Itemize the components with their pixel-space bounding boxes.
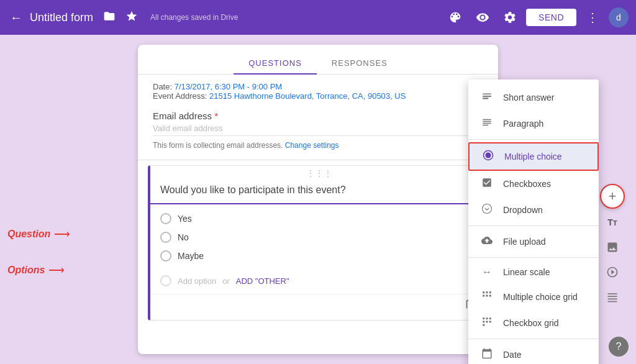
question-footer [150,294,488,320]
menu-label-dropdown: Dropdown [503,205,543,215]
annotation-options-arrow: ⟶ [48,263,65,277]
question-text-input[interactable] [150,180,488,204]
svg-rect-2 [483,119,491,121]
menu-item-checkboxes[interactable]: Checkboxes [468,171,599,197]
form-title: Untitled form [30,11,93,24]
star-icon[interactable] [123,7,140,28]
paragraph-icon [481,117,493,130]
question-card: ⋮⋮⋮ Yes No Maybe Add option or [148,165,488,321]
menu-divider-1 [468,139,599,140]
change-settings-link[interactable]: Change settings [285,141,339,150]
send-button[interactable]: SEND [526,9,576,26]
form-info: Date: 7/13/2017, 6:30 PM - 9:00 PM Event… [138,75,498,106]
annotation-options-label: Options [7,265,45,276]
svg-rect-1 [483,98,488,99]
menu-item-multiple-choice[interactable]: Multiple choice [468,142,599,171]
main-area: QUESTIONS RESPONSES Date: 7/13/2017, 6:3… [0,35,636,364]
menu-item-file-upload[interactable]: File upload [468,229,599,255]
svg-rect-3 [483,121,491,122]
svg-rect-24 [608,299,617,300]
email-notice: This form is collecting email addresses.… [153,141,483,150]
list-item: Yes [160,209,478,228]
add-option-or: or [222,276,230,286]
drag-handle[interactable]: ⋮⋮⋮ [150,166,488,180]
list-item: Maybe [160,247,478,265]
option-label-maybe: Maybe [178,251,204,261]
svg-rect-11 [489,291,491,293]
add-other-link[interactable]: ADD "OTHER" [236,276,289,286]
radio-option-yes[interactable] [160,213,171,224]
folder-icon[interactable] [101,7,118,28]
add-title-button[interactable]: TT [601,211,624,234]
annotation-question-arrow: ⟶ [54,227,70,241]
svg-rect-21 [483,324,484,326]
radio-option-no[interactable] [160,232,171,243]
menu-label-linear-scale: Linear scale [503,267,550,277]
menu-item-date[interactable]: Date [468,342,599,364]
settings-icon[interactable] [499,6,521,29]
svg-rect-20 [489,321,491,323]
menu-item-paragraph[interactable]: Paragraph [468,111,599,137]
date-label: Date: [153,82,172,91]
tab-responses[interactable]: RESPONSES [317,52,402,74]
help-button[interactable]: ? [609,337,629,357]
menu-label-date: Date [503,350,522,360]
add-image-button[interactable] [601,236,624,258]
svg-point-7 [486,153,491,158]
avatar[interactable]: d [609,7,629,27]
add-section-button[interactable] [601,286,624,308]
add-option-text[interactable]: Add option [178,276,216,286]
cbgrid-icon [481,316,493,330]
menu-item-checkbox-grid[interactable]: Checkbox grid [468,310,599,336]
menu-item-multiple-choice-grid[interactable]: Multiple choice grid [468,284,599,310]
preview-icon[interactable] [471,6,494,29]
menu-label-checkbox-grid: Checkbox grid [503,318,559,328]
dropdown-icon [481,203,493,217]
short-answer-icon [481,91,493,104]
address-value: 21515 Hawthorne Boulevard, Torrance, CA,… [209,91,406,101]
form-panel: QUESTIONS RESPONSES Date: 7/13/2017, 6:3… [138,45,498,354]
options-list: Yes No Maybe [150,204,488,270]
required-marker: * [214,111,218,121]
type-dropdown-menu: Short answer Paragraph Multiple choice C… [468,80,599,364]
svg-rect-5 [483,125,488,126]
multiple-choice-icon [482,150,494,163]
date-icon [481,348,493,362]
header-actions: SEND ⋮ d [444,6,629,29]
annotation-options: Options ⟶ [7,263,65,277]
svg-rect-17 [489,317,491,319]
svg-rect-18 [483,321,484,323]
menu-label-file-upload: File upload [503,237,546,247]
menu-label-short-answer: Short answer [503,93,554,102]
checkboxes-icon [481,177,493,191]
svg-rect-9 [483,291,484,293]
option-label-no: No [178,232,189,242]
saved-status: All changes saved in Drive [150,13,439,22]
address-label: Event Address: [153,91,207,101]
date-value: 7/13/2017, 6:30 PM - 9:00 PM [175,82,282,91]
svg-rect-25 [608,301,617,303]
back-icon[interactable]: ← [7,8,25,27]
menu-item-dropdown[interactable]: Dropdown [468,197,599,223]
tab-questions[interactable]: QUESTIONS [234,52,317,74]
menu-item-linear-scale[interactable]: ↔ Linear scale [468,260,599,284]
palette-icon[interactable] [444,6,466,29]
menu-divider-4 [468,339,599,339]
svg-rect-19 [486,321,488,323]
svg-rect-16 [486,317,488,319]
add-question-button[interactable]: + [600,184,625,209]
svg-rect-14 [489,295,491,297]
svg-rect-10 [486,291,488,293]
add-video-button[interactable] [601,261,624,283]
radio-option-maybe[interactable] [160,250,171,262]
menu-item-short-answer[interactable]: Short answer [468,84,599,111]
email-placeholder[interactable]: Valid email address [153,124,483,136]
annotation-question: Question ⟶ [7,227,70,241]
mcgrid-icon [481,290,493,304]
svg-point-8 [483,204,492,214]
right-toolbar: + TT [600,184,625,308]
menu-label-multiple-choice: Multiple choice [504,152,562,162]
more-options-icon[interactable]: ⋮ [581,6,604,29]
tab-bar: QUESTIONS RESPONSES [138,45,498,75]
add-option-row: Add option or ADD "OTHER" [150,270,488,294]
